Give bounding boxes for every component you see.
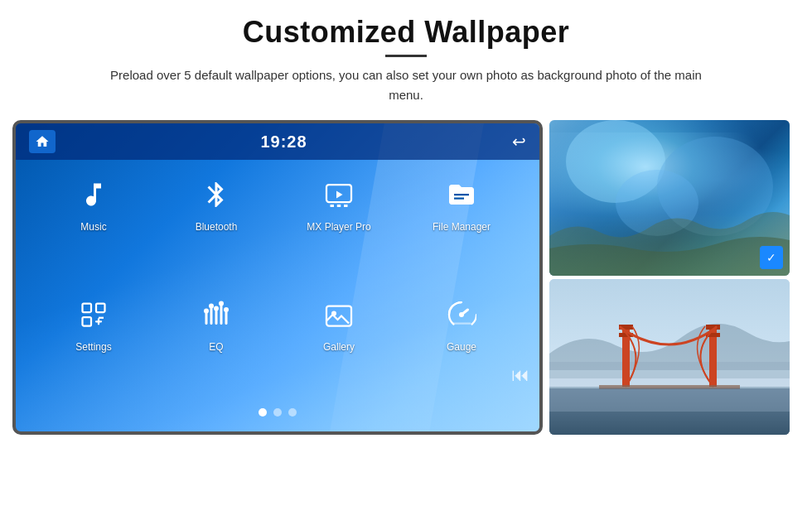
page-dot-1[interactable] (259, 408, 267, 417)
ice-svg (549, 120, 790, 276)
filemanager-icon (440, 173, 483, 216)
app-label-gauge: Gauge (447, 341, 476, 353)
gauge-icon (440, 293, 483, 336)
app-item-eq[interactable]: EQ (155, 285, 278, 361)
svg-point-23 (459, 312, 464, 317)
bridge-image (549, 279, 790, 435)
wallpaper-thumb-ice[interactable]: ✓ (549, 120, 790, 276)
app-item-gallery[interactable]: Gallery (278, 285, 400, 361)
car-screen: 19:28 ↩ Music (12, 120, 543, 435)
app-grid-row1: Music Bluetooth (32, 165, 523, 241)
app-item-gauge[interactable]: Gauge (400, 285, 523, 361)
content-row: 19:28 ↩ Music (12, 120, 800, 435)
app-item-mxplayer[interactable]: MX Player Pro (278, 165, 400, 241)
app-item-filemanager[interactable]: File Manager (400, 165, 523, 241)
settings-icon (72, 293, 115, 336)
app-item-music[interactable]: Music (32, 165, 155, 241)
svg-rect-11 (210, 307, 213, 325)
music-icon (72, 173, 115, 216)
svg-point-16 (209, 304, 214, 309)
app-label-bluetooth: Bluetooth (196, 221, 238, 233)
skip-back-button[interactable]: ⏮ (511, 364, 529, 386)
page-dot-2[interactable] (273, 408, 282, 417)
svg-rect-3 (344, 205, 348, 207)
app-label-gallery: Gallery (323, 341, 355, 353)
app-label-settings: Settings (75, 341, 111, 353)
app-label-filemanager: File Manager (433, 221, 491, 233)
home-icon (35, 134, 50, 149)
svg-point-17 (214, 306, 219, 311)
svg-rect-12 (215, 310, 218, 325)
wallpaper-thumb-bridge[interactable] (549, 279, 790, 435)
home-button[interactable] (29, 130, 56, 153)
svg-point-15 (204, 309, 209, 314)
svg-rect-6 (83, 304, 92, 313)
page-dots (259, 408, 297, 417)
page-dot-3[interactable] (288, 408, 297, 417)
svg-rect-13 (220, 305, 223, 325)
svg-rect-7 (96, 304, 105, 313)
title-underline (385, 55, 427, 57)
page-title: Customized Wallpaper (243, 15, 570, 50)
mxplayer-icon (317, 173, 360, 216)
svg-rect-31 (549, 370, 790, 412)
svg-point-19 (224, 307, 229, 312)
app-item-bluetooth[interactable]: Bluetooth (155, 165, 278, 241)
bluetooth-icon (195, 173, 238, 216)
svg-rect-1 (331, 205, 335, 207)
status-time: 19:28 (56, 132, 512, 152)
right-images: ✓ (549, 120, 790, 435)
app-label-eq: EQ (209, 341, 223, 353)
app-label-mxplayer: MX Player Pro (307, 221, 370, 233)
status-bar: 19:28 ↩ (16, 123, 539, 160)
svg-rect-38 (599, 385, 740, 389)
check-badge: ✓ (760, 246, 783, 269)
eq-icon (195, 293, 238, 336)
ice-cave-image (549, 120, 790, 276)
svg-rect-8 (83, 317, 92, 326)
svg-rect-30 (549, 387, 790, 435)
svg-point-27 (616, 170, 698, 236)
page-wrapper: Customized Wallpaper Preload over 5 defa… (0, 0, 812, 525)
back-icon[interactable]: ↩ (512, 132, 526, 152)
svg-rect-2 (337, 205, 341, 207)
svg-point-18 (219, 301, 224, 306)
gallery-icon (317, 293, 360, 336)
svg-rect-10 (205, 312, 208, 325)
bridge-svg (549, 279, 790, 435)
page-subtitle: Preload over 5 default wallpaper options… (95, 65, 717, 105)
app-grid-row2: Settings (32, 285, 523, 361)
app-label-music: Music (80, 221, 106, 233)
app-item-settings[interactable]: Settings (32, 285, 155, 361)
svg-rect-14 (225, 311, 228, 325)
